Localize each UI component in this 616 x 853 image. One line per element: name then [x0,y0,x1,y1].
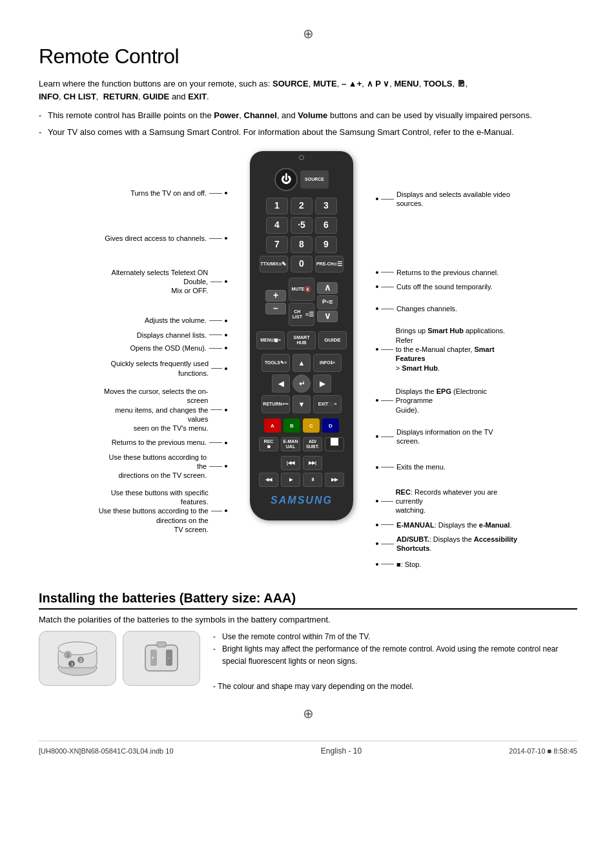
ch-dn-button[interactable]: ∨ [317,311,338,322]
label-color-btns: Use these buttons according to thedirect… [98,453,227,480]
dpad-up[interactable]: ▲ [293,354,311,372]
rl-stop: ■: Stop. [376,560,518,569]
remote-diagram: Turns the TV on and off. Gives direct ac… [39,151,577,571]
rew-button[interactable]: ◀◀ [259,473,278,487]
return-button[interactable]: RETURN↩≡ [262,395,290,413]
ir-indicator [299,155,304,160]
battery-note-1: Use the remote control within 7m of the … [213,631,577,643]
btn-color-b[interactable]: B [283,418,300,433]
play-button[interactable]: ▶ [281,473,300,487]
ttx-zero-prech-row: TTX/MIX≡✎ 0 PRE-CH≡☰ [256,256,347,272]
tools-button[interactable]: TOOLS✎≡ [262,354,290,372]
stop-button[interactable] [325,437,344,451]
battery-image-2: + - [123,631,200,686]
battery-images: 1 2 3 + - [39,631,200,686]
label-tools: Quickly selects frequently used function… [98,359,227,378]
btn-7[interactable]: 7 [266,236,288,253]
battery-title: Installing the batteries (Battery size: … [39,591,577,610]
emanual-button[interactable]: E-MANUAL [281,437,300,451]
rl-info-screen: Displays information on the TV screen. [376,427,518,446]
rl-epg: Displays the EPG (Electronic ProgrammeGu… [376,387,518,415]
label-media-btns: Use these buttons with specific features… [98,488,227,534]
mute-chlist-block: MUTE🔇 CH LIST≡☰ [289,278,314,326]
rec-button[interactable]: REC⏺ [259,437,278,451]
svg-text:+: + [151,655,154,661]
color-buttons-row: A B C D [256,418,347,433]
power-button[interactable]: ⏻ [274,168,298,191]
stop-icon [331,438,338,446]
return-down-exit-row: RETURN↩≡ ▼ EXIT⬛≡ [256,395,347,413]
chlist-button[interactable]: CH LIST≡☰ [289,303,314,326]
menu-smarthub-guide-row: MENU▦≡ SMARTHUB GUIDE [256,331,347,349]
dpad-down[interactable]: ▼ [293,395,311,413]
vol-dn-button[interactable]: – [265,303,286,314]
prech-button[interactable]: PRE-CH≡☰ [315,256,344,272]
dpad-enter[interactable]: ↵ [293,375,311,393]
rl-smarthub: Brings up Smart Hub applications. Refert… [376,326,518,372]
btn-9[interactable]: 9 [315,236,337,253]
battery-svg-2: + - [132,635,190,681]
footer-center: English - 10 [174,746,509,755]
btn-color-d[interactable]: D [322,418,339,433]
battery-section: Installing the batteries (Battery size: … [39,591,577,693]
rl-prech: Returns to the previous channel. [376,268,518,277]
btn-5[interactable]: ·5 [291,217,313,234]
battery-subtitle: Match the polarities of the batteries to… [39,615,577,624]
btn-color-c[interactable]: C [303,418,320,433]
btn-8[interactable]: 8 [291,236,313,253]
dpad-left[interactable]: ◀ [272,375,290,393]
guide-button[interactable]: GUIDE [318,331,347,349]
top-crosshair: ⊕ [39,26,577,41]
btn-color-a[interactable]: A [264,418,281,433]
remote-body: ⏻ SOURCE 1 2 3 4 ·5 6 7 8 9 [250,151,353,520]
battery-svg-1: 1 2 3 [48,635,107,681]
left-labels: Turns the TV on and off. Gives direct ac… [98,151,234,537]
svg-text:1: 1 [67,652,70,658]
btn-2[interactable]: 2 [291,198,313,214]
btn-3[interactable]: 3 [315,198,337,214]
bullet-2: Your TV also comes with a Samsung Smart … [39,126,577,139]
smarthub-button[interactable]: SMARTHUB [287,331,316,349]
power-source-row: ⏻ SOURCE [256,168,347,191]
dpad-right[interactable]: ▶ [313,375,331,393]
info-button[interactable]: INFOℹ≡ [313,354,342,372]
transport-row1: |◀◀ ▶▶| [256,456,347,470]
bottom-crosshair: ⊕ [39,706,577,721]
ch-up-button[interactable]: ∧ [317,282,338,294]
btn-1[interactable]: 1 [266,198,288,214]
rl-source: Displays and selects available videosour… [376,190,518,209]
ff-button[interactable]: ▶▶| [303,456,322,470]
skip-back-button[interactable]: |◀◀ [281,456,300,470]
menu-button[interactable]: MENU▦≡ [256,331,285,349]
source-button[interactable]: SOURCE [300,170,329,189]
transport-row2: ◀◀ ▶ ⏸ ▶▶ [256,473,347,487]
p-indicator: P≡☰ [317,295,338,309]
intro-bullets: This remote control has Braille points o… [39,109,577,138]
rl-exit: Exits the menu. [376,462,518,471]
bullet-1: This remote control has Braille points o… [39,109,577,122]
rl-rec: REC: Records whatever you are currentlyw… [376,488,518,515]
ttx-button[interactable]: TTX/MIX≡✎ [260,256,288,272]
intro-line1: Learn where the function buttons are on … [39,77,577,103]
btn-0[interactable]: 0 [291,256,313,272]
svg-rect-10 [157,642,166,647]
battery-content: 1 2 3 + - [39,631,577,693]
btn-4[interactable]: 4 [266,217,288,234]
svg-text:-: - [167,655,169,661]
footer-right: 2014-07-10 ■ 8:58:45 [509,747,577,755]
rl-emanual: E-MANUAL: Displays the e-Manual. [376,520,518,529]
pause-button[interactable]: ⏸ [303,473,322,487]
label-volume: Adjusts the volume. [145,316,227,325]
page-title: Remote Control [39,45,577,68]
exit-button[interactable]: EXIT⬛≡ [313,395,342,413]
fwd-button[interactable]: ▶▶ [325,473,344,487]
battery-note-2: Bright lights may affect the performance… [213,643,577,668]
vol-up-button[interactable]: + [265,290,286,302]
svg-point-2 [58,642,97,655]
btn-6[interactable]: 6 [315,217,337,234]
remote: ⏻ SOURCE 1 2 3 4 ·5 6 7 8 9 [234,151,369,520]
adsubt-button[interactable]: AD/SUBT. [303,437,322,451]
page: ⊕ Remote Control Learn where the functio… [0,0,616,781]
volume-block: + – [265,290,286,314]
mute-button[interactable]: MUTE🔇 [289,278,314,301]
